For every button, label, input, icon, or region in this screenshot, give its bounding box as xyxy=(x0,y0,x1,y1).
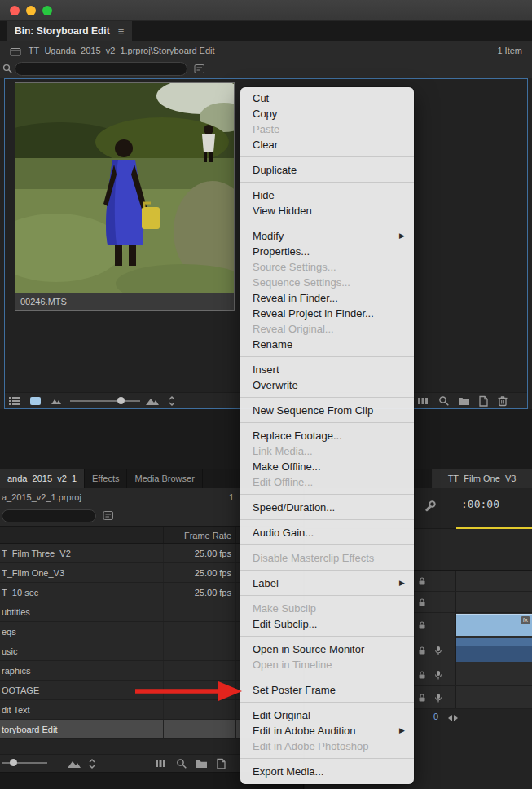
menu-item-label: Open in Timeline xyxy=(253,659,332,671)
fx-badge: fx xyxy=(521,616,530,624)
track-lock-icon[interactable] xyxy=(417,576,427,586)
menu-item-reveal-project-in-finder[interactable]: Reveal Project in Finder... ▶ xyxy=(240,306,414,321)
menu-item-make-offline[interactable]: Make Offline... ▶ xyxy=(240,459,414,474)
menu-item-label: Duplicate xyxy=(253,164,297,176)
timecode-display[interactable]: :00:00 xyxy=(461,498,499,510)
project-row-frame-rate: 25.00 fps xyxy=(163,583,236,602)
menu-separator xyxy=(240,702,414,703)
menu-item-open-in-source-monitor[interactable]: Open in Source Monitor ▶ xyxy=(240,641,414,657)
menu-item-replace-footage[interactable]: Replace Footage... ▶ xyxy=(240,428,414,443)
menu-item-edit-in-adobe-audition[interactable]: Edit in Adobe Audition ▶ xyxy=(240,723,414,738)
menu-item-insert[interactable]: Insert ▶ xyxy=(240,362,414,377)
bin-icon xyxy=(10,46,21,56)
zoom-out-thumbnail-icon xyxy=(51,395,62,406)
menu-item-edit-subclip[interactable]: Edit Subclip... ▶ xyxy=(240,616,414,632)
bin-search-input[interactable] xyxy=(15,62,187,76)
tab-media-browser[interactable]: Media Browser xyxy=(127,469,202,488)
submenu-arrow-icon: ▶ xyxy=(399,228,405,244)
project-slider-handle[interactable] xyxy=(10,759,17,766)
project-find-button[interactable] xyxy=(176,758,187,769)
menu-item-edit-offline: Edit Offline... ▶ xyxy=(240,474,414,490)
thumbnail-size-slider[interactable] xyxy=(70,394,140,408)
menu-item-view-hidden[interactable]: View Hidden ▶ xyxy=(240,203,414,218)
menu-separator xyxy=(240,397,414,398)
menu-item-clear[interactable]: Clear ▶ xyxy=(240,137,414,152)
find-button[interactable] xyxy=(438,395,450,407)
timeline-clip[interactable]: fx xyxy=(456,638,532,662)
tab-bin-storyboard-edit[interactable]: Bin: Storyboard Edit ≡ xyxy=(7,21,132,41)
sort-icons-button[interactable] xyxy=(166,395,178,407)
tab-effects[interactable]: Effects xyxy=(85,469,127,488)
menu-item-label: Label xyxy=(253,577,279,589)
clip-tile[interactable]: 00246.MTS xyxy=(15,82,235,311)
track-lock-icon[interactable] xyxy=(417,670,427,680)
menu-item-new-sequence-from-clip[interactable]: New Sequence From Clip ▶ xyxy=(240,403,414,418)
menu-item-properties[interactable]: Properties... ▶ xyxy=(240,244,414,259)
panel-tab-label: Media Browser xyxy=(134,474,194,483)
tab-tt-film-one-v3[interactable]: TT_Film One_V3 xyxy=(432,469,532,488)
menu-item-label[interactable]: Label ▶ xyxy=(240,575,414,591)
new-item-button[interactable] xyxy=(477,395,489,407)
project-zoom-slider[interactable] xyxy=(2,756,47,769)
icon-view-button[interactable] xyxy=(29,395,42,407)
menu-item-label: Edit in Adobe Photoshop xyxy=(253,740,368,752)
project-search-input[interactable] xyxy=(2,509,96,522)
timeline-clip[interactable]: fx xyxy=(456,614,532,636)
menu-item-label: Hide xyxy=(253,189,275,201)
project-new-bin-button[interactable] xyxy=(196,758,208,769)
menu-item-edit-in-adobe-photoshop: Edit in Adobe Photoshop ▶ xyxy=(240,738,414,754)
project-row-name: T_Film One_V3 xyxy=(2,563,64,583)
menu-item-overwrite[interactable]: Overwrite ▶ xyxy=(240,377,414,393)
close-window-button[interactable] xyxy=(10,6,20,15)
menu-item-set-poster-frame[interactable]: Set Poster Frame ▶ xyxy=(240,682,414,698)
menu-item-label: Make Subclip xyxy=(253,602,316,615)
collapse-tracks-icon[interactable] xyxy=(447,713,459,723)
menu-item-modify[interactable]: Modify ▶ xyxy=(240,228,414,244)
microphone-icon[interactable] xyxy=(433,693,443,703)
new-bin-button[interactable] xyxy=(458,395,470,406)
project-row-name: ubtitles xyxy=(2,602,30,622)
microphone-icon[interactable] xyxy=(433,670,443,680)
menu-item-audio-gain[interactable]: Audio Gain... ▶ xyxy=(240,525,414,540)
project-automate-button[interactable] xyxy=(155,758,166,769)
zoom-window-button[interactable] xyxy=(42,6,52,15)
menu-item-hide[interactable]: Hide ▶ xyxy=(240,187,414,203)
menu-item-speed-duration[interactable]: Speed/Duration... ▶ xyxy=(240,500,414,515)
menu-item-link-media: Link Media... ▶ xyxy=(240,443,414,459)
automate-to-sequence-button[interactable] xyxy=(417,395,429,407)
menu-item-export-media[interactable]: Export Media... ▶ xyxy=(240,764,414,779)
menu-item-rename[interactable]: Rename ▶ xyxy=(240,337,414,352)
slider-handle[interactable] xyxy=(117,397,125,404)
tab-anda-2015-v2-1[interactable]: anda_2015_v2_1 xyxy=(0,469,85,488)
microphone-icon[interactable] xyxy=(433,646,443,655)
menu-item-edit-original[interactable]: Edit Original ▶ xyxy=(240,707,414,723)
project-row-frame-rate xyxy=(163,641,236,660)
track-lock-icon[interactable] xyxy=(417,597,427,607)
project-search-filter-icon[interactable] xyxy=(103,510,114,521)
menu-separator xyxy=(240,677,414,677)
minimize-window-button[interactable] xyxy=(26,6,36,15)
premiere-pro-window: Bin: Storyboard Edit ≡ TT_Uganda_2015_v2… xyxy=(0,0,532,789)
menu-item-duplicate[interactable]: Duplicate ▶ xyxy=(240,162,414,178)
list-view-button[interactable] xyxy=(8,395,20,407)
project-sort-button[interactable] xyxy=(86,758,98,769)
menu-item-label: Rename xyxy=(253,338,292,350)
zoom-in-thumbnail-icon xyxy=(145,395,160,407)
menu-item-reveal-in-finder[interactable]: Reveal in Finder... ▶ xyxy=(240,290,414,306)
menu-separator xyxy=(240,422,414,423)
menu-item-reveal-original: Reveal Original... ▶ xyxy=(240,321,414,337)
work-area-bar[interactable] xyxy=(456,527,532,529)
track-lock-icon[interactable] xyxy=(417,646,427,655)
track-lock-icon[interactable] xyxy=(417,620,427,630)
track-lock-icon[interactable] xyxy=(417,693,427,703)
menu-item-sequence-settings: Sequence Settings... ▶ xyxy=(240,275,414,290)
trash-button[interactable] xyxy=(497,395,508,407)
search-filter-icon[interactable] xyxy=(194,64,205,74)
menu-item-cut[interactable]: Cut ▶ xyxy=(240,90,414,106)
column-frame-rate[interactable]: Frame Rate xyxy=(163,527,236,543)
timeline-settings-wrench-icon[interactable] xyxy=(424,500,437,513)
menu-item-copy[interactable]: Copy ▶ xyxy=(240,106,414,121)
panel-menu-icon[interactable]: ≡ xyxy=(118,25,125,37)
marker-number: 0 xyxy=(433,712,438,721)
project-new-item-button[interactable] xyxy=(215,758,226,769)
